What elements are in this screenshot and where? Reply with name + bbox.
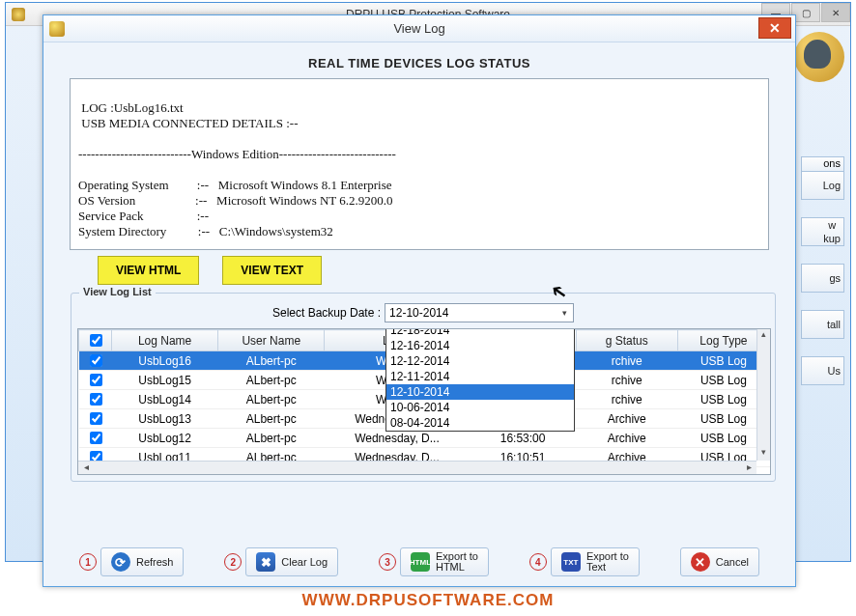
column-header[interactable]: Log Name [112, 330, 218, 351]
table-cell: ALbert-pc [218, 409, 325, 429]
table-cell: rchive [576, 371, 677, 390]
date-option[interactable]: 12-12-2014 [386, 353, 574, 369]
view-text-button[interactable]: VIEW TEXT [222, 256, 322, 285]
row-checkbox[interactable] [90, 393, 102, 406]
view-log-list-group: View Log List ➔ Select Backup Date : 12-… [71, 293, 776, 482]
scroll-left-icon[interactable]: ◂ [78, 462, 94, 474]
table-cell: rchive [576, 351, 677, 371]
table-cell [79, 390, 112, 409]
row-checkbox[interactable] [90, 432, 102, 444]
side-button[interactable]: tall [801, 310, 844, 339]
table-cell: UsbLog16 [112, 351, 218, 371]
clear-log-label: Clear Log [281, 557, 328, 568]
select-date-label: Select Backup Date : [272, 306, 381, 320]
cancel-label: Cancel [716, 557, 749, 568]
row-checkbox[interactable] [90, 374, 102, 386]
date-option[interactable]: 12-11-2014 [386, 369, 574, 384]
refresh-button[interactable]: ⟳ Refresh [100, 547, 185, 576]
date-option[interactable]: 08-04-2014 [386, 415, 574, 431]
table-cell: Archive [576, 429, 677, 448]
side-button[interactable]: Us [801, 356, 844, 385]
dialog-title: View Log [393, 21, 444, 36]
log-textarea[interactable]: LOG :UsbLog16.txt USB MEDIA CONNECTED DE… [70, 78, 769, 250]
close-button[interactable]: ✕ [821, 3, 850, 22]
step-3-badge: 3 [379, 553, 396, 571]
export-html-button[interactable]: HTML Export to HTML [400, 547, 489, 576]
table-cell: UsbLog12 [112, 429, 218, 448]
table-cell [79, 351, 112, 371]
shield-icon [49, 21, 65, 37]
dialog-titlebar: View Log ✕ [43, 15, 795, 42]
status-heading: REAL TIME DEVICES LOG STATUS [63, 56, 776, 70]
date-option[interactable]: 10-06-2014 [386, 400, 574, 415]
export-text-button[interactable]: TXT Export to Text [551, 547, 640, 576]
view-html-button[interactable]: VIEW HTML [98, 256, 199, 285]
table-cell: UsbLog15 [112, 371, 218, 390]
html-file-icon: HTML [411, 552, 430, 572]
scroll-down-icon[interactable]: ▾ [761, 447, 766, 461]
date-option[interactable]: 12-16-2014 [386, 338, 574, 353]
refresh-label: Refresh [136, 557, 174, 568]
export-html-label: Export to HTML [436, 551, 478, 573]
table-cell: rchive [576, 390, 677, 409]
dialog-footer: 1 ⟳ Refresh 2 ✖ Clear Log 3 HTML Export … [43, 547, 795, 576]
clipboard-delete-icon: ✖ [256, 552, 275, 572]
table-cell: ALbert-pc [218, 371, 325, 390]
website-footer: WWW.DRPUSOFTWARE.COM [0, 591, 856, 610]
table-cell [79, 371, 112, 390]
selected-date-value: 12-10-2014 [389, 306, 448, 320]
table-cell: Archive [576, 409, 677, 429]
table-cell: UsbLog14 [112, 390, 218, 409]
table-cell: ALbert-pc [218, 351, 325, 371]
side-button[interactable]: w kup [801, 217, 844, 246]
cancel-button[interactable]: ✕ Cancel [680, 547, 759, 576]
column-header[interactable]: User Name [218, 330, 325, 351]
log-table[interactable]: Log NameUser NameLog......g StatusLog Ty… [77, 328, 771, 475]
app-icon [12, 8, 25, 21]
user-avatar-icon [794, 32, 844, 82]
export-text-label: Export to Text [586, 551, 629, 573]
dialog-close-button[interactable]: ✕ [758, 17, 791, 39]
row-checkbox[interactable] [90, 354, 102, 367]
clear-log-button[interactable]: ✖ Clear Log [245, 547, 338, 576]
side-button[interactable]: gs [801, 264, 844, 293]
table-cell [79, 429, 112, 448]
refresh-icon: ⟳ [111, 552, 130, 572]
side-button[interactable]: Log [801, 171, 844, 200]
cancel-icon: ✕ [691, 552, 710, 572]
step-1-badge: 1 [79, 553, 97, 571]
log-list-legend: View Log List [79, 286, 156, 297]
backup-date-dropdown[interactable]: 12-18-201412-16-201412-12-201412-11-2014… [385, 328, 575, 432]
date-option[interactable]: 12-10-2014 [386, 384, 574, 400]
txt-file-icon: TXT [561, 552, 581, 572]
chevron-down-icon: ▾ [557, 306, 571, 320]
table-cell: UsbLog13 [112, 409, 218, 429]
select-all-checkbox[interactable] [90, 334, 102, 347]
table-cell: ALbert-pc [218, 390, 325, 409]
scroll-right-icon[interactable]: ▸ [741, 462, 756, 474]
vertical-scrollbar[interactable]: ▴ ▾ [756, 329, 770, 461]
column-header[interactable] [79, 330, 112, 351]
view-log-dialog: View Log ✕ REAL TIME DEVICES LOG STATUS … [43, 14, 796, 587]
table-cell [79, 409, 112, 429]
scroll-up-icon[interactable]: ▴ [761, 329, 766, 343]
backup-date-combobox[interactable]: 12-10-2014 ▾ [385, 303, 574, 322]
step-4-badge: 4 [529, 553, 547, 571]
table-cell: ALbert-pc [218, 429, 325, 448]
row-checkbox[interactable] [90, 412, 102, 425]
step-2-badge: 2 [224, 553, 242, 571]
horizontal-scrollbar[interactable]: ◂ ▸ [78, 461, 756, 474]
column-header[interactable]: g Status [576, 330, 677, 351]
date-option[interactable]: 12-18-2014 [386, 328, 574, 338]
